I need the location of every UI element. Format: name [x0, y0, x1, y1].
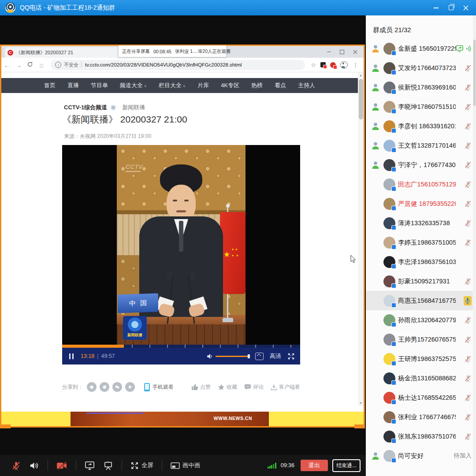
scrollbar-thumb[interactable]: [359, 79, 363, 119]
ad-banner-image[interactable]: WWW.NEWS.CN: [71, 412, 269, 426]
mobile-online-badge-icon: [391, 264, 396, 269]
quality-label[interactable]: 高清: [270, 352, 281, 360]
member-row[interactable]: 王研博19863752575: [366, 349, 476, 368]
favorite-share-icon[interactable]: [125, 382, 135, 392]
waiting-status: 待加入: [454, 452, 472, 460]
pip-icon: [171, 462, 180, 469]
nav-item[interactable]: 栏目大全 ∨: [159, 82, 186, 89]
action-comment[interactable]: 评论: [244, 383, 264, 391]
player-controls: 13:18|49:57 高清: [62, 348, 300, 364]
member-row[interactable]: 彭豪15095217931: [366, 271, 476, 291]
browser-menu-icon[interactable]: ⋮: [353, 62, 358, 68]
bookmarks-strip: [1, 72, 364, 78]
mobile-phone-icon[interactable]: [144, 383, 150, 391]
volume-slider[interactable]: [216, 356, 249, 357]
member-row[interactable]: 李晓坤17860751510: [366, 97, 476, 116]
member-row[interactable]: 宇泽宁，17667743090: [366, 155, 476, 175]
member-row[interactable]: 杨金浩13165088682: [366, 368, 476, 388]
close-button[interactable]: [458, 0, 473, 15]
camera-off-button[interactable]: [56, 461, 67, 470]
extension-icon[interactable]: [320, 62, 326, 67]
volume-control[interactable]: [207, 353, 249, 359]
member-row[interactable]: 田志广15610575129: [366, 175, 476, 194]
forward-button[interactable]: →: [13, 61, 24, 69]
pip-button[interactable]: 画中画: [171, 461, 201, 469]
nav-item[interactable]: 片库: [197, 82, 209, 89]
sidebar-scrollbar-thumb[interactable]: [473, 40, 476, 106]
nav-item[interactable]: 频道大全 ∨: [120, 82, 147, 89]
pip-label: 画中画: [182, 461, 201, 469]
seek-bar[interactable]: [62, 345, 300, 348]
nav-item[interactable]: 节目单: [91, 82, 108, 89]
action-label: 评论: [253, 383, 264, 391]
sidebar-scrollbar[interactable]: [473, 15, 476, 476]
member-row[interactable]: 薄涛13326335738: [366, 213, 476, 233]
video-player[interactable]: 中国 新闻联播 CCTV 13:18|49:57: [62, 145, 300, 364]
back-button[interactable]: ←: [1, 61, 13, 69]
qzone-share-icon[interactable]: [87, 382, 97, 392]
program-name[interactable]: 新闻联播: [122, 104, 145, 112]
mobile-watch-label[interactable]: 手机观看: [152, 383, 174, 391]
member-row[interactable]: 王文哲13287170146: [366, 136, 476, 155]
end-call-button[interactable]: 结束通...: [332, 459, 361, 472]
nav-item[interactable]: 热榜: [251, 82, 263, 89]
nav-item[interactable]: 首页: [44, 82, 56, 89]
mobile-online-badge-icon: [391, 109, 396, 114]
member-name: 彭豪15095217931: [398, 277, 456, 286]
action-star[interactable]: 收藏: [218, 383, 237, 391]
member-row[interactable]: 尚可安好 待加入: [366, 446, 476, 465]
nav-item[interactable]: 直播: [67, 82, 79, 89]
fullscreen-button[interactable]: 全屏: [130, 461, 153, 470]
minimize-button[interactable]: [428, 0, 443, 15]
extension-icon-2[interactable]: [330, 62, 336, 68]
action-thumb[interactable]: 点赞: [191, 383, 211, 391]
member-row[interactable]: 李忠泽19863756103: [366, 252, 476, 271]
member-row[interactable]: 张利业 17667746675: [366, 407, 476, 427]
member-row[interactable]: 张旭东19863751076: [366, 427, 476, 446]
player-settings-icon[interactable]: [255, 353, 264, 360]
member-row[interactable]: 杨士达17685542265: [366, 388, 476, 407]
browser-minimize-button[interactable]: [322, 46, 335, 58]
restore-button[interactable]: [443, 0, 458, 15]
member-row[interactable]: 金新盛 15650197229: [366, 39, 476, 58]
weibo-share-icon[interactable]: [100, 382, 109, 392]
chevron-down-icon: ∨: [182, 84, 186, 88]
nav-item[interactable]: 主持人: [298, 82, 315, 89]
member-row[interactable]: 商惠玉15684716775: [366, 291, 476, 310]
presence-slot: [371, 44, 383, 53]
member-row[interactable]: 李婷玉19863751005: [366, 233, 476, 252]
nav-item[interactable]: 4K专区: [221, 82, 239, 89]
home-button[interactable]: ⌂: [36, 61, 47, 69]
scroll-down-icon[interactable]: ▼: [358, 400, 364, 406]
profile-icon[interactable]: [340, 61, 348, 69]
site-info-icon[interactable]: i: [55, 62, 61, 68]
fullscreen-icon[interactable]: [287, 353, 295, 360]
member-row[interactable]: 李彦钊 18633916201: [366, 116, 476, 136]
ad-banner[interactable]: WWW.NEWS.CN: [1, 412, 364, 426]
share-screen-button[interactable]: [85, 461, 95, 470]
bookmark-star-icon[interactable]: ☆: [311, 62, 316, 68]
exit-button[interactable]: 退出: [301, 460, 328, 471]
member-row[interactable]: 严居健 18795355220: [366, 194, 476, 213]
browser-maximize-button[interactable]: [335, 46, 349, 58]
microphone-muted-button[interactable]: [11, 461, 21, 470]
wechat-share-icon[interactable]: [112, 382, 122, 392]
browser-scrollbar[interactable]: ▲ ▼: [358, 72, 364, 406]
speaker-button[interactable]: [29, 461, 39, 470]
member-row[interactable]: 王帅男15726076575: [366, 330, 476, 349]
reload-button[interactable]: [24, 61, 36, 69]
member-row[interactable]: 艾发玲17664073723: [366, 58, 476, 78]
member-row[interactable]: 孙雨欣13206420779: [366, 310, 476, 330]
nav-item[interactable]: 看点: [275, 82, 286, 89]
pause-button[interactable]: [69, 353, 74, 359]
fullscreen-label: 全屏: [141, 461, 153, 469]
action-client[interactable]: 客户端看: [271, 383, 300, 391]
browser-close-icon: [353, 50, 357, 54]
scroll-up-icon[interactable]: ▲: [358, 72, 364, 78]
whiteboard-button[interactable]: [103, 461, 113, 470]
screen-share-icon: [456, 45, 464, 52]
channel-name[interactable]: CCTV-1综合频道: [64, 104, 107, 112]
browser-close-button[interactable]: [349, 46, 362, 58]
url-field[interactable]: i 不安全 tv.cctv.com/2020/03/28/VIDENO54VU0…: [51, 60, 305, 70]
member-row[interactable]: 侯新悦17863969160: [366, 78, 476, 97]
